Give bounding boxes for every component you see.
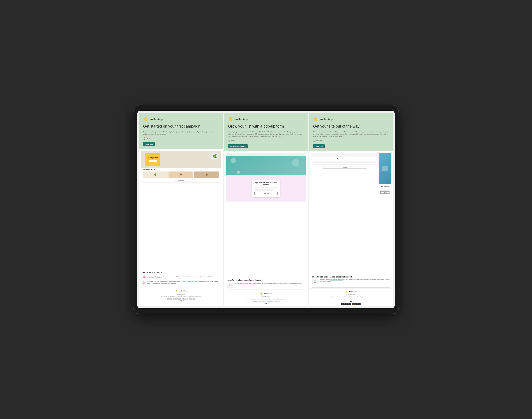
col2-footer-social: f t 📷 in	[227, 302, 306, 304]
col1-help-text-2: Need some extra help? New Forever Free a…	[147, 281, 220, 284]
col1-product-3: 🪵	[194, 171, 219, 178]
col3-landing-header	[311, 153, 378, 157]
col1-instagram-icon[interactable]: 📷	[180, 300, 182, 301]
col1-product-grid: 🪴 🏺 🪵	[143, 171, 219, 178]
col2-twitter-icon[interactable]: t	[264, 302, 265, 304]
svg-point-14	[316, 119, 317, 119]
col3-landing-side-field	[380, 190, 390, 191]
col1-view-browser-link[interactable]: View in Browser	[173, 298, 181, 299]
col2-footer-chimp-icon	[260, 292, 263, 295]
col3-time-badge: ⏱ 15-20 MIN	[313, 140, 389, 142]
col3-footer-chimp-icon	[345, 290, 348, 293]
col3-title: Get your site out of the way	[313, 124, 389, 129]
col3-view-browser-link[interactable]: View in Browser	[343, 298, 351, 300]
col3-tips-item: 📋 We'll give you the tips and best pract…	[312, 279, 390, 284]
col1-help-item-1: 🧠 Check out our guide to Getting Started…	[142, 275, 220, 279]
svg-point-2	[146, 119, 147, 119]
app-store-button[interactable]: 🍎 App Store	[352, 303, 361, 305]
col1-footer-copyright: ©2019 Mailchimp	[144, 293, 218, 295]
col3-landing-signup-box: Sign up for our newsletter Sign Up	[311, 157, 378, 170]
col1-footer: Help when you need it 🧠 Check out our gu…	[139, 269, 223, 306]
col1-try-button[interactable]: Try It Out	[143, 142, 155, 146]
google-play-button[interactable]: ▶ Google Play	[341, 303, 351, 305]
col2-title: Grow your list with a pop-up form	[228, 124, 304, 129]
col3-footer-brand: mailchimp	[349, 290, 357, 292]
col1-title: Get started on your first campaign	[143, 124, 219, 129]
column-2: mailchimp Grow your list with a pop-up f…	[224, 113, 308, 306]
svg-point-13	[315, 119, 315, 119]
col2-footer-copyright: ©2019 Mailchimp	[227, 296, 306, 298]
col3-tips-section: 9 tips for designing landing pages that …	[309, 274, 393, 287]
col3-divider	[312, 288, 390, 288]
apple-icon: 🍎	[353, 303, 354, 304]
col3-landing-signup-btn-1[interactable]: Sign Up	[323, 166, 367, 169]
col3-twitter-icon[interactable]: t	[349, 300, 349, 302]
col2-popup-field-1	[254, 187, 278, 188]
col1-brand-name: mailchimp	[150, 118, 163, 121]
svg-point-9	[261, 292, 262, 294]
col1-linkedin-icon[interactable]: in	[183, 300, 184, 301]
col1-shop-btn: Shop Now	[175, 179, 187, 182]
col3-desc: Give your customers a clear call to acti…	[313, 131, 389, 138]
col2-monitor-screen	[228, 284, 232, 287]
col3-privacy-link[interactable]: Privacy Policy	[359, 298, 366, 300]
col3-landing-field-1	[313, 162, 376, 163]
col1-unsubscribe-link[interactable]: Unsubscribe	[166, 298, 173, 299]
tablet-screen: mailchimp Get started on your first camp…	[137, 111, 395, 308]
col3-try-button[interactable]: Try It Out	[313, 144, 325, 148]
col1-mockup-inner: Get first dibs on new arrivals Subscribe…	[141, 151, 221, 183]
col1-email-hero: Get first dibs on new arrivals Subscribe…	[141, 151, 221, 168]
col2-linkedin-icon[interactable]: in	[268, 302, 269, 304]
col3-facebook-icon[interactable]: f	[348, 300, 348, 302]
col1-time: 5 MIN	[146, 138, 150, 139]
col2-view-browser-link[interactable]: View in Browser	[258, 301, 266, 302]
col3-footer-copyright: ©2019 Mailchimp	[311, 294, 391, 295]
col2-tips-item: Our collection of tips and best practice…	[227, 283, 305, 288]
col3-landing-side-btn[interactable]: Sign Up	[380, 191, 390, 194]
col1-footer-logo: mailchimp	[144, 289, 218, 292]
col3-header: mailchimp Get your site out of the way G…	[309, 113, 393, 151]
tablet-frame: mailchimp Get started on your first camp…	[133, 105, 399, 314]
col2-popup-mockup: Sign up to receive exclusive benefits Si…	[224, 151, 308, 277]
col1-hero-text: Get first dibs on new arrivals	[147, 157, 159, 159]
col2-terms-link[interactable]: Terms of Use	[267, 301, 273, 302]
col2-facebook-icon[interactable]: f	[263, 302, 263, 304]
col2-popup-signup-btn[interactable]: Sign up	[254, 192, 278, 195]
col3-landing-main: Sign up for our newsletter Sign Up	[311, 153, 378, 195]
col2-deco-circle-1	[230, 158, 236, 163]
col2-unsubscribe-link[interactable]: Unsubscribe	[252, 301, 258, 302]
col2-mailchimp-icon	[228, 117, 233, 122]
col2-popup-topbar	[226, 153, 306, 156]
col1-product-2: 🏺	[168, 171, 193, 178]
col2-preview-button[interactable]: Preview Your Form	[228, 144, 248, 148]
col3-app-buttons: ▶ Google Play 🍎 App Store	[311, 303, 391, 305]
col1-logo: mailchimp	[143, 117, 219, 122]
col2-logo: mailchimp	[228, 117, 304, 122]
col2-popup-window: Sign up to receive exclusive benefits Si…	[226, 153, 306, 201]
col2-privacy-link[interactable]: Privacy Policy	[274, 301, 280, 302]
col2-tips-section: 6 tips for creating pop-up forms that wo…	[224, 277, 308, 289]
col1-facebook-icon[interactable]: f	[178, 300, 178, 301]
col3-notepad-icon: 📋	[314, 280, 317, 283]
col1-privacy-link[interactable]: Privacy Policy	[189, 298, 195, 299]
col2-footer-logo: mailchimp	[227, 292, 306, 295]
col3-linkedin-icon[interactable]: in	[353, 300, 354, 302]
svg-point-11	[262, 293, 262, 293]
col1-header: mailchimp Get started on your first camp…	[139, 113, 223, 149]
col2-dot-3	[231, 154, 232, 155]
col1-clock-icon: ⏱	[143, 137, 145, 140]
col1-terms-link[interactable]: Terms of Use	[182, 298, 188, 299]
col2-popup-field-2	[254, 189, 273, 191]
col3-footer-address: 675 Ponce De Leon Ave NE, Suite 5000, At…	[311, 296, 391, 298]
col1-footer-brand: mailchimp	[179, 290, 187, 292]
col3-instagram-icon[interactable]: 📷	[350, 300, 352, 302]
col1-twitter-icon[interactable]: t	[179, 300, 179, 301]
col1-footer-social: f t 📷 in	[144, 300, 218, 301]
col2-instagram-icon[interactable]: 📷	[265, 302, 267, 304]
col1-footer-chimp-icon	[175, 289, 178, 292]
col3-terms-link[interactable]: Terms of Use	[352, 298, 358, 300]
col3-unsubscribe-link[interactable]: Unsubscribe	[337, 298, 342, 300]
col3-landing-preview: Sign up for our newsletter Sign Up	[311, 153, 391, 195]
col3-landing-signup-title-1: Sign up for our newsletter	[313, 158, 376, 160]
col1-help-text-1: Check out our guide to Getting Started w…	[147, 275, 220, 279]
